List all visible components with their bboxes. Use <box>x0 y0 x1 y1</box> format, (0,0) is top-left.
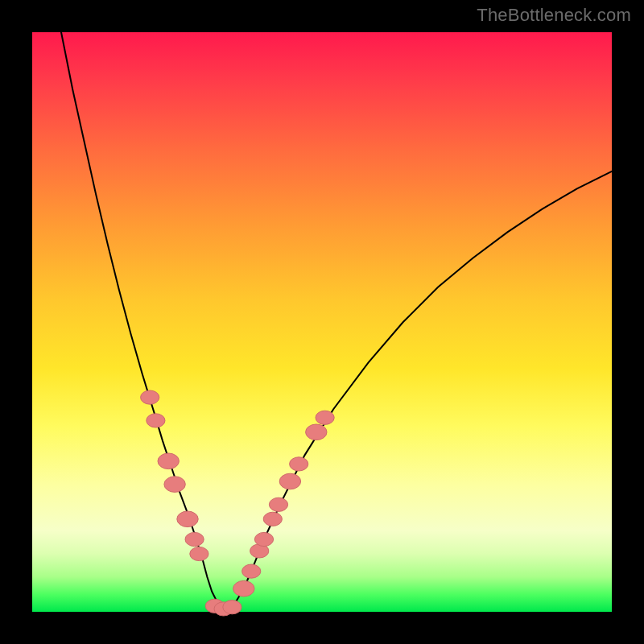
curve-marker <box>158 453 179 469</box>
curve-marker <box>263 512 282 526</box>
curve-marker <box>223 601 242 614</box>
curve-marker <box>233 580 254 597</box>
curve-marker <box>306 424 327 440</box>
attribution-text: TheBottleneck.com <box>477 5 631 26</box>
curve-marker <box>290 457 308 471</box>
bottleneck-curve <box>61 32 612 609</box>
curve-marker <box>147 414 165 427</box>
curve-marker <box>316 411 334 424</box>
curve-marker <box>190 547 208 560</box>
curve-marker <box>164 477 185 493</box>
curve-marker <box>254 532 273 546</box>
curve-marker <box>269 497 287 511</box>
curve-marker <box>279 473 300 489</box>
curve-marker <box>141 390 159 404</box>
chart-svg <box>32 32 612 612</box>
curve-markers <box>141 390 335 616</box>
curve-marker <box>242 564 261 578</box>
curve-marker <box>177 511 198 527</box>
chart-plot-area <box>32 32 612 612</box>
curve-marker <box>185 532 204 546</box>
